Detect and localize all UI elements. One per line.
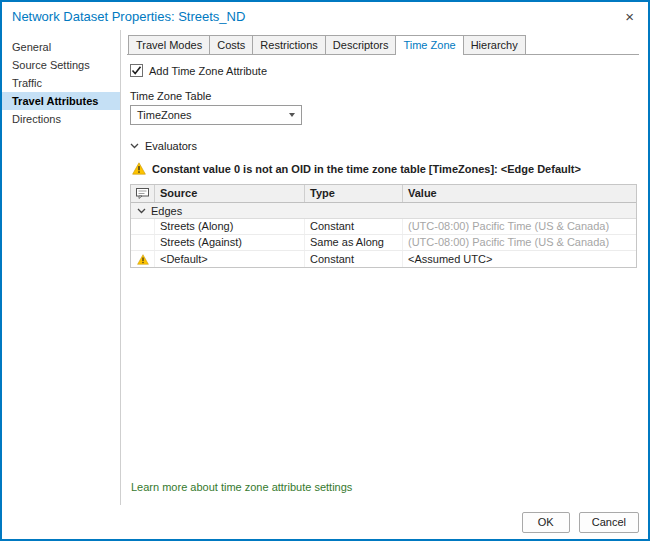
tab-time-zone[interactable]: Time Zone xyxy=(395,35,463,55)
time-zone-table-selected-value: TimeZones xyxy=(137,109,192,121)
tab-descriptors[interactable]: Descriptors xyxy=(325,35,397,54)
value-cell: <Assumed UTC> xyxy=(403,251,636,267)
dialog-title: Network Dataset Properties: Streets_ND xyxy=(12,9,245,24)
warning-icon xyxy=(132,162,146,175)
sidebar-item-travel-attributes[interactable]: Travel Attributes xyxy=(2,92,120,110)
message-icon xyxy=(131,185,155,202)
tab-restrictions[interactable]: Restrictions xyxy=(252,35,325,54)
row-status-cell xyxy=(131,219,155,234)
type-cell: Same as Along xyxy=(305,235,403,250)
evaluators-section-label: Evaluators xyxy=(145,140,197,152)
tab-costs[interactable]: Costs xyxy=(209,35,253,54)
source-cell: Streets (Against) xyxy=(155,235,305,250)
tab-travel-modes[interactable]: Travel Modes xyxy=(128,35,210,54)
table-row-default[interactable]: <Default> Constant <Assumed UTC> xyxy=(131,251,636,267)
time-zone-tab-content: Add Time Zone Attribute Time Zone Table … xyxy=(127,55,639,505)
add-time-zone-attribute-label: Add Time Zone Attribute xyxy=(149,65,267,77)
tab-hierarchy[interactable]: Hierarchy xyxy=(463,35,526,54)
cancel-button[interactable]: Cancel xyxy=(579,512,639,533)
check-mark-icon xyxy=(131,65,142,76)
dropdown-arrow-icon xyxy=(289,113,295,117)
source-cell: <Default> xyxy=(155,251,305,267)
type-cell: Constant xyxy=(305,219,403,234)
sidebar-item-traffic[interactable]: Traffic xyxy=(2,74,120,92)
sidebar: General Source Settings Traffic Travel A… xyxy=(2,30,121,505)
network-dataset-properties-dialog: Network Dataset Properties: Streets_ND ×… xyxy=(0,0,650,541)
learn-more-link[interactable]: Learn more about time zone attribute set… xyxy=(130,475,637,499)
row-status-cell xyxy=(131,235,155,250)
add-time-zone-attribute-checkbox[interactable] xyxy=(130,64,143,77)
edges-group-row[interactable]: Edges xyxy=(131,203,636,219)
column-header-value[interactable]: Value xyxy=(403,185,636,202)
close-icon[interactable]: × xyxy=(621,8,638,25)
add-time-zone-attribute-row: Add Time Zone Attribute xyxy=(130,64,637,77)
evaluators-section-toggle[interactable]: Evaluators xyxy=(130,140,637,152)
type-cell: Constant xyxy=(305,251,403,267)
warning-icon xyxy=(131,251,155,267)
evaluators-table: Source Type Value Edges xyxy=(130,184,637,268)
evaluator-warning-message: Constant value 0 is not an OID in the ti… xyxy=(130,162,637,175)
chevron-down-icon xyxy=(137,208,146,214)
time-zone-table-select[interactable]: TimeZones xyxy=(130,105,302,125)
table-row-streets-along[interactable]: Streets (Along) Constant (UTC-08:00) Pac… xyxy=(131,219,636,235)
dialog-footer: OK Cancel xyxy=(2,505,648,539)
warning-text: Constant value 0 is not an OID in the ti… xyxy=(152,163,581,175)
sidebar-item-general[interactable]: General xyxy=(2,38,120,56)
value-cell: (UTC-08:00) Pacific Time (US & Canada) xyxy=(403,235,636,250)
sidebar-item-source-settings[interactable]: Source Settings xyxy=(2,56,120,74)
time-zone-table-label: Time Zone Table xyxy=(130,90,637,102)
chevron-down-icon xyxy=(130,143,139,149)
dialog-body: General Source Settings Traffic Travel A… xyxy=(2,30,648,505)
ok-button[interactable]: OK xyxy=(522,512,570,533)
edges-group-label: Edges xyxy=(151,205,182,217)
table-row-streets-against[interactable]: Streets (Against) Same as Along (UTC-08:… xyxy=(131,235,636,251)
column-header-source[interactable]: Source xyxy=(155,185,305,202)
value-cell: (UTC-08:00) Pacific Time (US & Canada) xyxy=(403,219,636,234)
titlebar: Network Dataset Properties: Streets_ND × xyxy=(2,2,648,30)
source-cell: Streets (Along) xyxy=(155,219,305,234)
tab-strip: Travel Modes Costs Restrictions Descript… xyxy=(127,35,639,55)
table-header-row: Source Type Value xyxy=(131,185,636,203)
sidebar-item-directions[interactable]: Directions xyxy=(2,110,120,128)
main-panel: Travel Modes Costs Restrictions Descript… xyxy=(121,30,648,505)
column-header-type[interactable]: Type xyxy=(305,185,403,202)
